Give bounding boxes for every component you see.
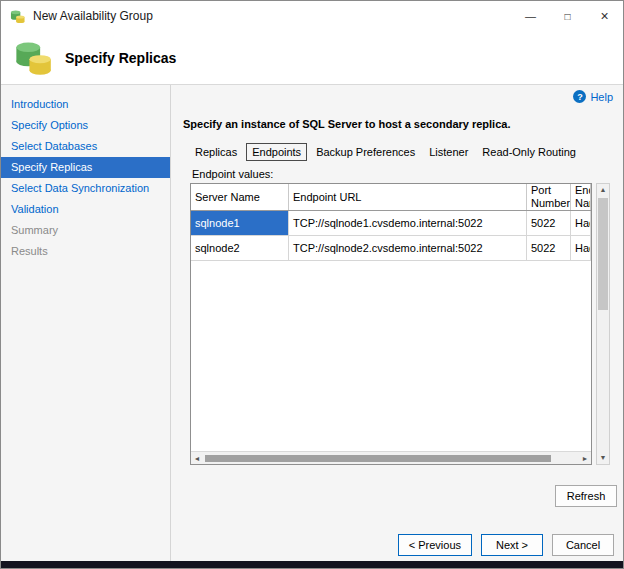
sidebar-item-specify-options[interactable]: Specify Options — [1, 115, 170, 136]
cell-endpoint-name[interactable]: Had — [571, 236, 591, 260]
maximize-button[interactable]: □ — [549, 1, 586, 31]
availability-group-icon — [14, 39, 52, 77]
sidebar-item-select-data-synchronization[interactable]: Select Data Synchronization — [1, 178, 170, 199]
scroll-right-icon[interactable]: ► — [579, 455, 591, 462]
sidebar-item-summary: Summary — [1, 220, 170, 241]
column-header-server-name[interactable]: Server Name — [191, 184, 289, 210]
tab-read-only-routing[interactable]: Read-Only Routing — [477, 144, 581, 160]
new-availability-group-window: New Availability Group — □ × Specify Rep… — [0, 0, 624, 569]
previous-button[interactable]: < Previous — [398, 534, 472, 556]
window-title: New Availability Group — [33, 9, 153, 23]
cell-server-name[interactable]: sqlnode1 — [191, 211, 289, 235]
page-title: Specify Replicas — [65, 50, 176, 66]
cancel-button[interactable]: Cancel — [552, 534, 614, 556]
window-bottom-edge — [1, 561, 623, 568]
cell-endpoint-url[interactable]: TCP://sqlnode2.cvsdemo.internal:5022 — [289, 236, 527, 260]
sidebar-item-introduction[interactable]: Introduction — [1, 94, 170, 115]
sidebar-item-results: Results — [1, 241, 170, 262]
titlebar: New Availability Group — □ × — [1, 1, 623, 31]
horizontal-scroll-thumb[interactable] — [205, 455, 551, 462]
endpoints-grid: Server Name Endpoint URL Port Number End… — [190, 183, 592, 465]
close-button[interactable]: × — [586, 1, 623, 31]
cell-port-number[interactable]: 5022 — [527, 211, 571, 235]
cell-endpoint-url[interactable]: TCP://sqlnode1.cvsdemo.internal:5022 — [289, 211, 527, 235]
refresh-button[interactable]: Refresh — [555, 485, 617, 507]
grid-header-row: Server Name Endpoint URL Port Number End… — [191, 184, 591, 211]
column-header-endpoint-url[interactable]: Endpoint URL — [289, 184, 527, 210]
scroll-down-icon[interactable]: ▼ — [600, 452, 607, 464]
horizontal-scroll-track[interactable] — [203, 452, 579, 464]
cell-server-name[interactable]: sqlnode2 — [191, 236, 289, 260]
sidebar-item-select-databases[interactable]: Select Databases — [1, 136, 170, 157]
table-row-sqlnode2[interactable]: sqlnode2 TCP://sqlnode2.cvsdemo.internal… — [191, 236, 591, 261]
wizard-steps-sidebar: Introduction Specify Options Select Data… — [1, 85, 171, 561]
tab-replicas[interactable]: Replicas — [190, 144, 242, 160]
minimize-button[interactable]: — — [512, 1, 549, 31]
refresh-button-row: Refresh — [190, 485, 617, 507]
help-link[interactable]: ? Help — [573, 90, 613, 103]
vertical-scroll-thumb[interactable] — [598, 198, 608, 310]
wizard-footer-buttons: < Previous Next > Cancel — [398, 534, 614, 556]
availability-group-app-icon — [10, 9, 25, 24]
instruction-text: Specify an instance of SQL Server to hos… — [183, 118, 617, 130]
cell-port-number[interactable]: 5022 — [527, 236, 571, 260]
grid-empty-space — [191, 261, 591, 451]
window-controls: — □ × — [512, 1, 623, 31]
tab-strip: Replicas Endpoints Backup Preferences Li… — [190, 143, 617, 161]
table-row-sqlnode1[interactable]: sqlnode1 TCP://sqlnode1.cvsdemo.internal… — [191, 211, 591, 236]
endpoint-values-label: Endpoint values: — [192, 168, 617, 180]
column-header-endpoint-name[interactable]: Endpoint Name — [571, 184, 591, 210]
help-label: Help — [590, 91, 613, 103]
cell-endpoint-name[interactable]: Had — [571, 211, 591, 235]
vertical-scrollbar[interactable]: ▲ ▼ — [596, 183, 610, 465]
horizontal-scrollbar[interactable]: ◄ ► — [191, 451, 591, 464]
tab-listener[interactable]: Listener — [424, 144, 473, 160]
sidebar-item-specify-replicas[interactable]: Specify Replicas — [1, 157, 170, 178]
scroll-left-icon[interactable]: ◄ — [191, 455, 203, 462]
wizard-header: Specify Replicas — [1, 31, 623, 85]
sidebar-item-validation[interactable]: Validation — [1, 199, 170, 220]
tab-endpoints[interactable]: Endpoints — [246, 143, 307, 161]
endpoints-grid-area: Server Name Endpoint URL Port Number End… — [190, 183, 610, 465]
next-button[interactable]: Next > — [481, 534, 543, 556]
help-icon: ? — [573, 90, 586, 103]
wizard-content: ? Help Specify an instance of SQL Server… — [171, 85, 624, 561]
column-header-port-number[interactable]: Port Number — [527, 184, 571, 210]
scroll-up-icon[interactable]: ▲ — [600, 184, 607, 196]
tab-backup-preferences[interactable]: Backup Preferences — [311, 144, 420, 160]
